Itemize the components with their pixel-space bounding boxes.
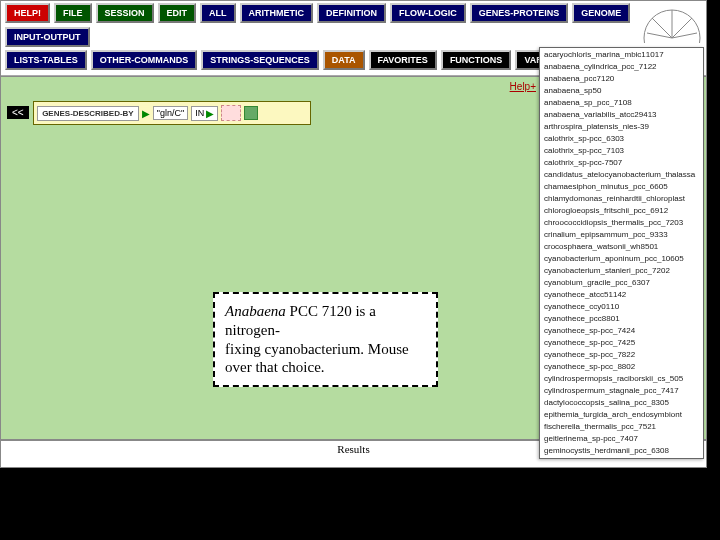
organism-item[interactable]: cyanobacterium_stanieri_pcc_7202 (540, 264, 703, 276)
menu-genesproteins[interactable]: GENES-PROTEINS (470, 3, 569, 23)
organism-item[interactable]: cyanothece_atcc51142 (540, 288, 703, 300)
menu-flowlogic[interactable]: FLOW-LOGIC (390, 3, 466, 23)
organism-item[interactable]: geitlerinema_sp-pcc_7407 (540, 432, 703, 444)
organism-item[interactable]: calothrix_sp-pcc-7507 (540, 156, 703, 168)
organism-item[interactable]: dactylococcopsis_salina_pcc_8305 (540, 396, 703, 408)
organism-item[interactable]: anabaena_sp_pcc_7108 (540, 96, 703, 108)
organism-item[interactable]: cyanobacterium_aponinum_pcc_10605 (540, 252, 703, 264)
callout-emphasis: Anabaena (225, 303, 286, 319)
organism-slot[interactable] (221, 105, 241, 121)
callout-text-2: fixing cyanobacterium. Mouse over that c… (225, 341, 409, 376)
menu-definition[interactable]: DEFINITION (317, 3, 386, 23)
menu-arithmetic[interactable]: ARITHMETIC (240, 3, 314, 23)
function-panel[interactable]: GENES-DESCRIBED-BY ▶ "gln/C" IN ▶ (33, 101, 311, 125)
menu-row-1: HELP!FILESESSIONEDITALLARITHMETICDEFINIT… (5, 3, 702, 47)
menu-othercommands[interactable]: OTHER-COMMANDS (91, 50, 198, 70)
in-label: IN (195, 108, 204, 118)
menu-all[interactable]: ALL (200, 3, 236, 23)
organism-item[interactable]: crocosphaera_watsonii_wh8501 (540, 240, 703, 252)
menu-inputoutput[interactable]: INPUT-OUTPUT (5, 27, 90, 47)
app-window: HELP!FILESESSIONEDITALLARITHMETICDEFINIT… (0, 0, 707, 468)
arg-value: "gln/C" (157, 108, 184, 118)
organism-item[interactable]: anabaena_cylindrica_pcc_7122 (540, 60, 703, 72)
menu-edit[interactable]: EDIT (158, 3, 197, 23)
chevron-icon: ▶ (206, 108, 214, 119)
organism-item[interactable]: crinalium_epipsammum_pcc_9333 (540, 228, 703, 240)
menu-help[interactable]: HELP! (5, 3, 50, 23)
menu-liststables[interactable]: LISTS-TABLES (5, 50, 87, 70)
tutorial-callout: Anabaena PCC 7120 is a nitrogen-fixing c… (213, 292, 438, 387)
organism-item[interactable]: chlorogloeopsis_fritschii_pcc_6912 (540, 204, 703, 216)
organisms-dropdown: acaryochloris_marina_mbic11017anabaena_c… (539, 47, 704, 459)
menu-session[interactable]: SESSION (96, 3, 154, 23)
menu-favorites[interactable]: FAVORITES (369, 50, 437, 70)
organism-item[interactable]: cyanothece_sp-pcc_7822 (540, 348, 703, 360)
organism-item[interactable]: epithemia_turgida_arch_endosymbiont (540, 408, 703, 420)
chevron-icon: ▶ (142, 108, 150, 119)
organism-item[interactable]: cyanothece_sp-pcc_8802 (540, 360, 703, 372)
organism-item[interactable]: anabaena_sp50 (540, 84, 703, 96)
organism-item[interactable]: anabaena_variabilis_atcc29413 (540, 108, 703, 120)
help-link[interactable]: Help+ (510, 81, 536, 92)
organism-item[interactable]: cyanothece_pcc8801 (540, 312, 703, 324)
dropdown-scroll[interactable]: acaryochloris_marina_mbic11017anabaena_c… (540, 48, 703, 458)
organism-item[interactable]: anabaena_pcc7120 (540, 72, 703, 84)
organism-item[interactable]: chroococcidiopsis_thermalis_pcc_7203 (540, 216, 703, 228)
menu-data[interactable]: DATA (323, 50, 365, 70)
organism-item[interactable]: calothrix_sp-pcc_7103 (540, 144, 703, 156)
organism-item[interactable]: cylindrospermum_stagnale_pcc_7417 (540, 384, 703, 396)
collapse-button[interactable]: << (7, 106, 29, 119)
options-icon[interactable] (244, 106, 258, 120)
organism-item[interactable]: cyanothece_sp-pcc_7425 (540, 336, 703, 348)
menu-genome[interactable]: GENOME (572, 3, 630, 23)
organism-item[interactable]: cyanothece_sp-pcc_7424 (540, 324, 703, 336)
menu-file[interactable]: FILE (54, 3, 92, 23)
in-keyword[interactable]: IN ▶ (191, 106, 218, 121)
organism-item[interactable]: acaryochloris_marina_mbic11017 (540, 48, 703, 60)
function-name: GENES-DESCRIBED-BY (37, 106, 139, 121)
organism-item[interactable]: cylindrospermopsis_raciborskii_cs_505 (540, 372, 703, 384)
menu-stringssequences[interactable]: STRINGS-SEQUENCES (201, 50, 319, 70)
organism-item[interactable]: chlamydomonas_reinhardtii_chloroplast (540, 192, 703, 204)
organism-item[interactable]: calothrix_sp-pcc_6303 (540, 132, 703, 144)
biobike-logo (642, 3, 702, 43)
organism-item[interactable]: arthrospira_platensis_nies-39 (540, 120, 703, 132)
arg-field[interactable]: "gln/C" (153, 106, 188, 120)
organism-item[interactable]: cyanothece_ccy0110 (540, 300, 703, 312)
organism-item[interactable]: chamaesiphon_minutus_pcc_6605 (540, 180, 703, 192)
organism-item[interactable]: fischerella_thermalis_pcc_7521 (540, 420, 703, 432)
organism-item[interactable]: candidatus_atelocyanobacterium_thalassa (540, 168, 703, 180)
menu-functions[interactable]: FUNCTIONS (441, 50, 512, 70)
organism-item[interactable]: geminocystis_herdmanii_pcc_6308 (540, 444, 703, 456)
organism-item[interactable]: cyanobium_gracile_pcc_6307 (540, 276, 703, 288)
